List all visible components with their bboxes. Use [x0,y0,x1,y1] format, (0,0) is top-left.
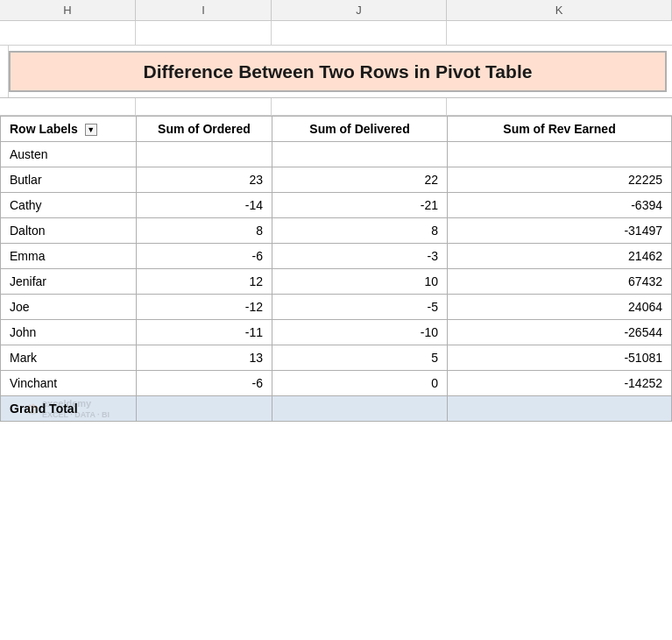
table-row: John -11 -10 -26544 [1,320,672,345]
table-row: Butlar 23 22 22225 [1,167,672,193]
row-ordered: 12 [137,269,272,295]
row-label: Joe [1,295,137,320]
row-ordered: -14 [137,193,272,218]
header-row-labels[interactable]: Row Labels ▼ [1,117,137,142]
row-ordered: 13 [137,345,272,371]
col-header-j: J [272,0,447,20]
spacer-j [272,98,447,115]
row-label: John [1,320,137,345]
row-ordered [137,142,272,167]
row-rev-earned: -51081 [448,345,672,371]
table-row: Dalton 8 8 -31497 [1,218,672,244]
row-rev-earned: -14252 [448,371,672,396]
grand-total-delivered [272,396,448,422]
grand-total-label: Grand Total 🏠 exceldemyEXCEL · DATA · BI [1,396,137,422]
row-ordered: -11 [137,320,272,345]
row-delivered: -10 [272,320,448,345]
row-ordered: 8 [137,218,272,244]
title-row: Difference Between Two Rows in Pivot Tab… [0,46,672,98]
grand-total-ordered [137,396,272,422]
row-label: Butlar [1,167,137,193]
row-label: Austen [1,142,137,167]
header-delivered: Sum of Delivered [272,117,448,142]
row-rev-earned: -31497 [448,218,672,244]
header-rev-earned: Sum of Rev Earned [448,117,672,142]
row-label: Jenifar [1,269,137,295]
row-rev-earned: 22225 [448,167,672,193]
row-delivered [272,142,448,167]
row-delivered: 8 [272,218,448,244]
row-label: Dalton [1,218,137,244]
row-ordered: -6 [137,371,272,396]
table-row: Joe -12 -5 24064 [1,295,672,320]
grand-total-row: Grand Total 🏠 exceldemyEXCEL · DATA · BI [1,396,672,422]
pivot-header-row: Row Labels ▼ Sum of Ordered Sum of Deliv… [1,117,672,142]
grand-total-text: Grand Total [10,402,78,416]
row-delivered: 10 [272,269,448,295]
title-banner: Difference Between Two Rows in Pivot Tab… [9,51,667,92]
col-header-i: I [136,0,272,20]
row-delivered: -5 [272,295,448,320]
table-row: Jenifar 12 10 67432 [1,269,672,295]
table-row: Vinchant -6 0 -14252 [1,371,672,396]
row-labels-text: Row Labels [10,122,78,136]
blank-k [447,21,672,45]
row-ordered: -6 [137,244,272,269]
table-row: Cathy -14 -21 -6394 [1,193,672,218]
table-row: Mark 13 5 -51081 [1,345,672,371]
filter-dropdown-icon[interactable]: ▼ [85,124,97,136]
row-label: Emma [1,244,137,269]
pivot-footer: Grand Total 🏠 exceldemyEXCEL · DATA · BI [1,396,672,422]
grand-total-rev-earned [448,396,672,422]
blank-j [272,21,447,45]
row-delivered: 5 [272,345,448,371]
spacer-i [136,98,272,115]
column-header-bar: HIJK [0,0,672,21]
row-rev-earned: 24064 [448,295,672,320]
pivot-body: Austen Butlar 23 22 22225 Cathy [1,142,672,396]
page-title: Difference Between Two Rows in Pivot Tab… [144,61,533,82]
row-rev-earned: 21462 [448,244,672,269]
main-layout: Difference Between Two Rows in Pivot Tab… [0,21,672,422]
table-row: Austen [1,142,672,167]
row-label: Vinchant [1,371,137,396]
blank-h [0,21,136,45]
row-label: Cathy [1,193,137,218]
row-ordered: 23 [137,167,272,193]
blank-i [136,21,272,45]
row-delivered: -3 [272,244,448,269]
table-row: Emma -6 -3 21462 [1,244,672,269]
row-rev-earned: 67432 [448,269,672,295]
spacer-k [447,98,672,115]
row-rev-earned [448,142,672,167]
row-ordered: -12 [137,295,272,320]
spreadsheet: HIJK Difference Between Two Rows in Pivo… [0,0,672,422]
col-header-h: H [0,0,136,20]
row-delivered: 0 [272,371,448,396]
title-left-pad [0,46,9,97]
header-ordered: Sum of Ordered [137,117,272,142]
blank-row-1 [0,21,672,46]
row-delivered: -21 [272,193,448,218]
spacer-row [0,98,672,116]
row-rev-earned: -26544 [448,320,672,345]
row-label: Mark [1,345,137,371]
pivot-table: Row Labels ▼ Sum of Ordered Sum of Deliv… [0,116,672,422]
col-header-k: K [447,0,672,20]
row-delivered: 22 [272,167,448,193]
pivot-table-wrapper: Row Labels ▼ Sum of Ordered Sum of Deliv… [0,116,672,422]
row-rev-earned: -6394 [448,193,672,218]
spacer-h [0,98,136,115]
